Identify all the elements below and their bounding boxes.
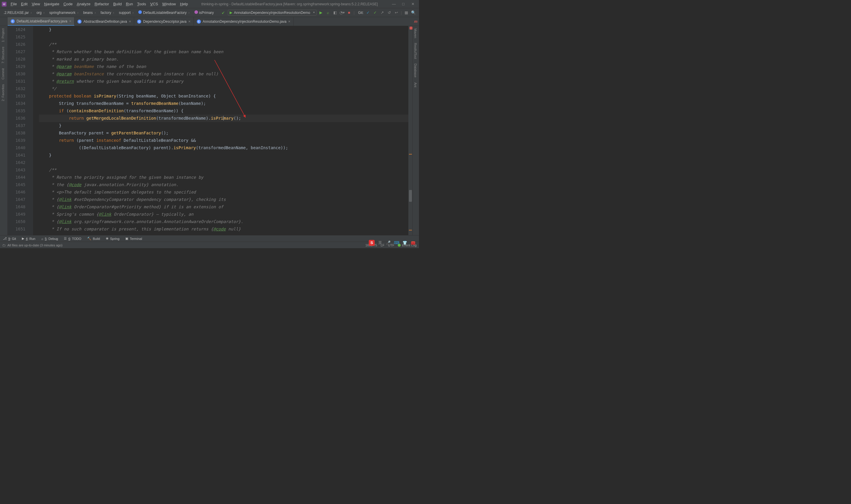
minimize-button[interactable]: —: [392, 2, 396, 6]
code-line[interactable]: * If no such comparator is present, this…: [39, 226, 413, 233]
code-line[interactable]: * Return whether the bean definition for…: [39, 48, 413, 56]
ime-mic-icon[interactable]: 🎤: [385, 240, 391, 246]
close-tab-icon[interactable]: ×: [288, 19, 290, 24]
menu-build[interactable]: Build: [111, 1, 124, 7]
tool-tab-build[interactable]: 🔨Build: [84, 237, 103, 240]
tool-tab-debug[interactable]: ⌕5: Debug: [38, 237, 61, 240]
editor-tab[interactable]: CAbstractBeanDefinition.java×: [74, 17, 134, 26]
menu-edit[interactable]: Edit: [19, 1, 29, 7]
menu-vcs[interactable]: VCS: [148, 1, 160, 7]
profile-button[interactable]: ◔▾: [340, 10, 345, 15]
breadcrumb-segment[interactable]: beans: [81, 10, 98, 15]
breadcrumb-segment[interactable]: isPrimary: [192, 10, 216, 15]
breadcrumb-segment[interactable]: springframework: [47, 10, 81, 15]
tool-tab-terminal[interactable]: ▣Terminal: [122, 237, 145, 240]
menu-file[interactable]: File: [9, 1, 19, 7]
code-line[interactable]: }: [39, 26, 413, 33]
git-history-icon[interactable]: ↺: [387, 10, 392, 15]
ime-icon[interactable]: S: [369, 240, 375, 246]
tool-window-database[interactable]: Database: [413, 61, 418, 80]
scrollbar-thumb[interactable]: [409, 190, 412, 202]
code-line[interactable]: [39, 159, 413, 166]
ime-keyboard-icon[interactable]: ⌨: [394, 240, 399, 246]
git-commit-icon[interactable]: ✓: [373, 10, 378, 15]
git-rollback-icon[interactable]: ↩: [394, 10, 399, 15]
menu-window[interactable]: Window: [160, 1, 178, 7]
editor-area[interactable]: 1624162516261627162816291630163116321633…: [8, 26, 413, 235]
menu-help[interactable]: Help: [178, 1, 190, 7]
search-icon[interactable]: 🔍: [411, 10, 416, 15]
code-line[interactable]: * Spring's common {@link OrderComparator…: [39, 211, 413, 218]
code-line[interactable]: if (containsBeanDefinition(transformedBe…: [39, 107, 413, 115]
menu-navigate[interactable]: Navigate: [42, 1, 61, 7]
tool-window-commit[interactable]: Commit: [0, 66, 6, 82]
menu-view[interactable]: View: [30, 1, 42, 7]
code-line[interactable]: * <p>The default implementation delegate…: [39, 188, 413, 196]
code-line[interactable]: ((DefaultListableBeanFactory) parent).is…: [39, 144, 413, 151]
ime-lang-icon[interactable]: 英: [377, 240, 383, 246]
code-line[interactable]: protected boolean isPrimary(String beanN…: [39, 92, 413, 100]
code-line[interactable]: * @return whether the given bean qualifi…: [39, 78, 413, 85]
menu-analyze[interactable]: Analyze: [75, 1, 92, 7]
code-line[interactable]: /**: [39, 166, 413, 174]
code-line[interactable]: * {@link OrderComparator#getPriority met…: [39, 203, 413, 211]
tool-window-ant[interactable]: Ant: [413, 80, 418, 90]
close-tab-icon[interactable]: ×: [69, 19, 72, 23]
editor-tab[interactable]: CDefaultListableBeanFactory.java×: [8, 17, 74, 26]
build-icon[interactable]: ↙: [221, 10, 226, 15]
stop-button[interactable]: ■: [347, 10, 352, 15]
git-push-icon[interactable]: ↗: [380, 10, 385, 15]
tool-window-structure[interactable]: 7: Structure: [0, 44, 6, 66]
menu-tools[interactable]: Tools: [135, 1, 148, 7]
close-tab-icon[interactable]: ×: [188, 19, 191, 24]
breadcrumb-segment[interactable]: org: [34, 10, 47, 15]
code-line[interactable]: return getMergedLocalBeanDefinition(tran…: [39, 115, 413, 122]
tool-window-favorites[interactable]: 2: Favorites: [0, 82, 6, 103]
code-content[interactable]: } /** * Return whether the bean definiti…: [33, 26, 413, 235]
git-update-icon[interactable]: ✓: [365, 10, 371, 15]
menu-code[interactable]: Code: [62, 1, 74, 7]
tool-window-maven[interactable]: Maven: [413, 26, 418, 40]
code-line[interactable]: */: [39, 85, 413, 92]
ime-skin-icon[interactable]: 👕: [402, 240, 408, 246]
tool-window-project[interactable]: 1: Project: [0, 26, 6, 44]
code-line[interactable]: return (parent instanceof DefaultListabl…: [39, 137, 413, 144]
tool-tab-git[interactable]: ⎇9: Git: [0, 237, 19, 240]
run-button[interactable]: ▶: [318, 10, 324, 15]
code-line[interactable]: * @param beanInstance the corresponding …: [39, 70, 413, 78]
editor-scrollbar[interactable]: [409, 26, 413, 235]
menu-refactor[interactable]: Refactor: [93, 1, 111, 7]
code-line[interactable]: String transformedBeanName = transformed…: [39, 100, 413, 107]
code-line[interactable]: /**: [39, 41, 413, 48]
tool-tab-run[interactable]: ▶4: Run: [19, 237, 38, 240]
breadcrumb-segment[interactable]: support: [116, 10, 136, 15]
settings-icon[interactable]: ▦: [404, 10, 409, 15]
code-line[interactable]: [39, 33, 413, 41]
maven-tool-icon[interactable]: m: [413, 17, 419, 26]
tool-tab-spring[interactable]: ❀Spring: [103, 237, 122, 240]
run-config-selector[interactable]: AnnotationDependencyInjectionResolutionD…: [228, 10, 316, 16]
breadcrumb-segment[interactable]: .2.RELEASE.jar: [1, 10, 34, 15]
coverage-button[interactable]: ◧: [332, 10, 338, 15]
maximize-button[interactable]: □: [401, 2, 405, 6]
tool-tab-todo[interactable]: ☰6: TODO: [61, 237, 84, 240]
code-line[interactable]: * @param beanName the name of the bean: [39, 63, 413, 70]
debug-button[interactable]: ⌕: [325, 10, 331, 15]
breadcrumb-segment[interactable]: DefaultListableBeanFactory: [136, 10, 192, 15]
code-line[interactable]: BeanFactory parent = getParentBeanFactor…: [39, 129, 413, 137]
editor-tab[interactable]: CAnnotationDependencyInjectionResolution…: [194, 17, 294, 26]
code-line[interactable]: * Return the priority assigned for the g…: [39, 174, 413, 181]
code-line[interactable]: * {@link #setDependencyComparator depend…: [39, 196, 413, 203]
editor-tab[interactable]: CDependencyDescriptor.java×: [134, 17, 194, 26]
breadcrumb-segment[interactable]: factory: [98, 10, 116, 15]
close-tab-icon[interactable]: ×: [129, 19, 131, 24]
close-button[interactable]: ✕: [411, 2, 415, 6]
code-line[interactable]: }: [39, 122, 413, 129]
menu-run[interactable]: Run: [124, 1, 135, 7]
code-line[interactable]: * marked as a primary bean.: [39, 56, 413, 63]
code-line[interactable]: * the {@code javax.annotation.Priority} …: [39, 181, 413, 188]
code-line[interactable]: }: [39, 151, 413, 159]
ime-toolbox-icon[interactable]: 🧰: [410, 240, 416, 246]
code-line[interactable]: * {@link org.springframework.core.annota…: [39, 218, 413, 226]
tool-window-restfultool[interactable]: RestfulTool: [413, 40, 418, 61]
